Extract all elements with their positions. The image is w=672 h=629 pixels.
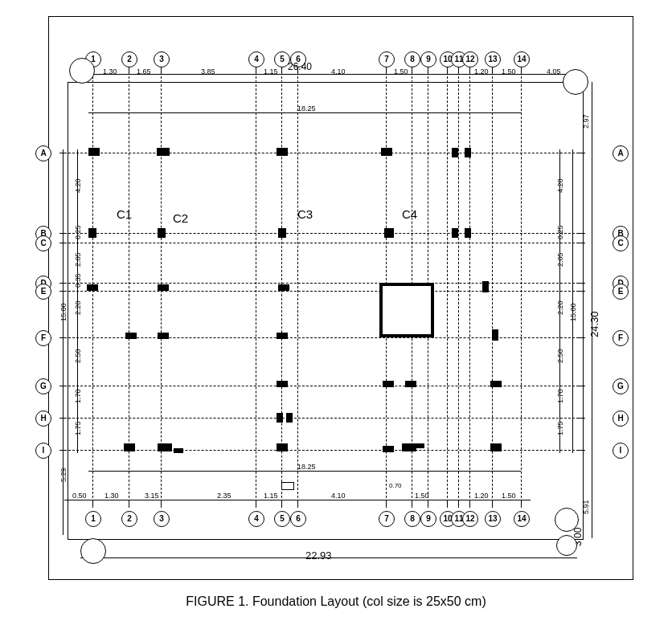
grid-bubble-top-9: 9 [420, 51, 436, 67]
column [405, 381, 416, 387]
column [402, 443, 416, 451]
column [383, 381, 394, 387]
grid-bubble-right-H: H [613, 410, 629, 427]
overall-h-line [592, 82, 592, 538]
tick [129, 67, 129, 74]
column [490, 443, 502, 451]
column [465, 228, 471, 238]
dim-left: 2.05 [74, 252, 82, 267]
dim-top: 1.65 [137, 67, 151, 76]
dim-left-outer: 15.00 [59, 303, 68, 321]
grid-bubble-right-F: F [613, 330, 629, 346]
dim-left: 2.20 [74, 300, 82, 315]
grid-bubble-left-E: E [35, 284, 51, 300]
column [277, 381, 288, 387]
dim-left: 0.35 [74, 273, 82, 288]
bot-dim-line [64, 500, 531, 500]
dim-bot: 4.10 [331, 492, 346, 500]
tick [386, 67, 387, 74]
dim-top: 1.50 [502, 67, 516, 76]
dim-bot: 1.20 [474, 492, 489, 500]
dim-left: 2.50 [74, 349, 82, 363]
grid-bubble-top-2: 2 [121, 51, 137, 67]
dim-top: 4.05 [547, 67, 561, 76]
grid-bubble-top-13: 13 [485, 51, 501, 67]
column [158, 284, 169, 291]
dim-span-bot: 18.25 [297, 463, 316, 471]
column [452, 148, 458, 157]
dim-top: 1.15 [264, 67, 278, 76]
tick [492, 67, 493, 74]
dim-small: 0.70 [389, 482, 402, 489]
column [416, 443, 424, 448]
grid-bubble-top-4: 4 [248, 51, 264, 67]
dim-top: 1.30 [103, 67, 117, 76]
dim-right: 4.20 [556, 178, 564, 193]
column [88, 148, 100, 156]
dim-right: 2.05 [556, 252, 564, 267]
grid-bubble-left-I: I [35, 443, 51, 459]
column [124, 443, 135, 451]
overall-width-top: 26.40 [288, 61, 312, 72]
dim-left: 1.75 [74, 421, 82, 435]
span-line [88, 112, 521, 113]
grid-bubble-top-8: 8 [404, 51, 420, 67]
dim-left: 0.25 [74, 225, 82, 239]
dim-left: 4.20 [74, 178, 82, 193]
column [286, 413, 293, 423]
column [381, 148, 392, 156]
detail-mark [281, 482, 294, 490]
column [452, 228, 458, 238]
dim-top: 1.50 [394, 67, 408, 76]
column [278, 284, 289, 291]
column [277, 148, 288, 156]
dim-right-ext-top: 2.97 [582, 114, 590, 129]
grid-bubble-right-A: A [613, 145, 629, 161]
dim-bot: 1.50 [415, 492, 429, 500]
core-wall [379, 283, 434, 337]
column [88, 228, 96, 238]
dim-span-top: 18.25 [297, 104, 316, 112]
overall-height: 24.30 [588, 311, 600, 337]
corner-circle [80, 538, 106, 564]
column [482, 281, 489, 292]
grid-bubble-right-I: I [613, 443, 629, 459]
dim-bot: 1.50 [502, 492, 516, 500]
grid-bubble-top-12: 12 [462, 51, 478, 67]
column [277, 443, 288, 451]
tick [469, 67, 470, 74]
column-tag-C2: C2 [173, 211, 188, 225]
column [384, 228, 394, 238]
dim-bot: 2.35 [217, 492, 232, 500]
dim-right: 0.25 [556, 225, 564, 239]
corner-circle [556, 535, 577, 556]
dim-bot: 1.30 [104, 492, 119, 500]
tick [256, 67, 256, 74]
tick [428, 67, 428, 74]
grid-bubble-right-E: E [613, 284, 629, 300]
column [465, 148, 471, 157]
column [174, 448, 183, 453]
grid-bubble-right-G: G [613, 378, 629, 394]
dim-bot: 0.50 [72, 492, 87, 500]
right-outer-dim-line [572, 149, 573, 453]
column-tag-C4: C4 [402, 207, 417, 221]
grid-bubble-left-H: H [35, 410, 51, 427]
column [158, 228, 166, 238]
grid-bubble-top-14: 14 [514, 51, 530, 67]
tick [521, 67, 522, 74]
dim-right: 2.50 [556, 349, 564, 363]
column [277, 413, 283, 423]
dim-right-ext-bot: 5.91 [582, 500, 590, 514]
grid-bubble-right-C: C [613, 235, 629, 251]
grid-bubble-left-F: F [35, 330, 51, 346]
column [383, 446, 394, 452]
grid-bubble-top-7: 7 [379, 51, 395, 67]
column [277, 333, 288, 339]
corner-circle [563, 69, 588, 95]
column [158, 443, 172, 451]
dim-bot: 3.15 [145, 492, 159, 500]
corner-circle [555, 508, 579, 532]
dim-top: 3.85 [201, 67, 215, 76]
dim-right-outer: 15.00 [569, 303, 577, 321]
